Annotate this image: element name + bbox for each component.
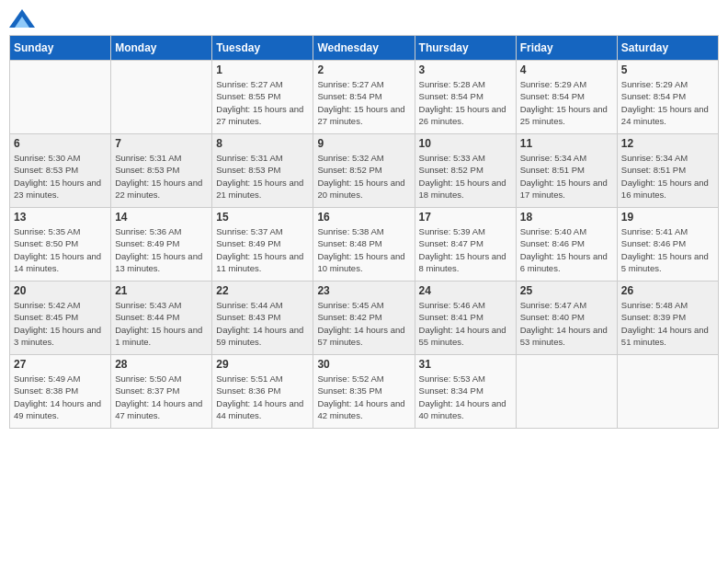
day-info: Sunrise: 5:30 AM Sunset: 8:53 PM Dayligh… — [14, 152, 107, 201]
day-cell: 30Sunrise: 5:52 AM Sunset: 8:35 PM Dayli… — [313, 355, 415, 429]
day-info: Sunrise: 5:41 AM Sunset: 8:46 PM Dayligh… — [621, 225, 714, 274]
day-info: Sunrise: 5:29 AM Sunset: 8:54 PM Dayligh… — [621, 78, 714, 127]
day-cell: 21Sunrise: 5:43 AM Sunset: 8:44 PM Dayli… — [111, 282, 212, 355]
day-number: 18 — [520, 211, 613, 224]
day-cell: 5Sunrise: 5:29 AM Sunset: 8:54 PM Daylig… — [617, 61, 718, 134]
day-cell: 3Sunrise: 5:28 AM Sunset: 8:54 PM Daylig… — [415, 61, 516, 134]
day-info: Sunrise: 5:48 AM Sunset: 8:39 PM Dayligh… — [621, 299, 714, 348]
day-info: Sunrise: 5:28 AM Sunset: 8:54 PM Dayligh… — [419, 78, 512, 127]
day-number: 10 — [419, 137, 512, 150]
day-info: Sunrise: 5:51 AM Sunset: 8:36 PM Dayligh… — [216, 373, 309, 421]
day-number: 4 — [520, 63, 613, 76]
day-cell: 13Sunrise: 5:35 AM Sunset: 8:50 PM Dayli… — [10, 208, 111, 282]
day-cell: 27Sunrise: 5:49 AM Sunset: 8:38 PM Dayli… — [10, 355, 111, 429]
day-number: 15 — [216, 211, 309, 224]
day-info: Sunrise: 5:52 AM Sunset: 8:35 PM Dayligh… — [317, 373, 410, 421]
day-cell — [617, 355, 718, 429]
day-cell: 9Sunrise: 5:32 AM Sunset: 8:52 PM Daylig… — [313, 134, 415, 208]
day-cell: 19Sunrise: 5:41 AM Sunset: 8:46 PM Dayli… — [617, 208, 718, 282]
day-number: 30 — [317, 358, 410, 371]
calendar-table: SundayMondayTuesdayWednesdayThursdayFrid… — [9, 35, 719, 429]
header-row: SundayMondayTuesdayWednesdayThursdayFrid… — [10, 36, 719, 61]
day-number: 14 — [115, 211, 208, 224]
day-number: 25 — [520, 284, 613, 297]
day-info: Sunrise: 5:35 AM Sunset: 8:50 PM Dayligh… — [14, 225, 107, 274]
week-row-3: 13Sunrise: 5:35 AM Sunset: 8:50 PM Dayli… — [10, 208, 719, 282]
day-info: Sunrise: 5:34 AM Sunset: 8:51 PM Dayligh… — [520, 152, 613, 201]
day-cell: 20Sunrise: 5:42 AM Sunset: 8:45 PM Dayli… — [10, 282, 111, 355]
day-cell: 2Sunrise: 5:27 AM Sunset: 8:54 PM Daylig… — [313, 61, 415, 134]
day-number: 19 — [621, 211, 714, 224]
day-info: Sunrise: 5:31 AM Sunset: 8:53 PM Dayligh… — [115, 152, 208, 201]
day-cell: 1Sunrise: 5:27 AM Sunset: 8:55 PM Daylig… — [212, 61, 313, 134]
day-info: Sunrise: 5:42 AM Sunset: 8:45 PM Dayligh… — [14, 299, 107, 348]
day-info: Sunrise: 5:44 AM Sunset: 8:43 PM Dayligh… — [216, 299, 309, 348]
day-number: 12 — [621, 137, 714, 150]
day-cell: 17Sunrise: 5:39 AM Sunset: 8:47 PM Dayli… — [415, 208, 516, 282]
day-cell: 8Sunrise: 5:31 AM Sunset: 8:53 PM Daylig… — [212, 134, 313, 208]
column-header-friday: Friday — [516, 36, 617, 61]
calendar-body: 1Sunrise: 5:27 AM Sunset: 8:55 PM Daylig… — [10, 61, 719, 429]
day-info: Sunrise: 5:47 AM Sunset: 8:40 PM Dayligh… — [520, 299, 613, 348]
day-number: 24 — [419, 284, 512, 297]
day-number: 6 — [14, 137, 107, 150]
day-info: Sunrise: 5:43 AM Sunset: 8:44 PM Dayligh… — [115, 299, 208, 348]
day-info: Sunrise: 5:29 AM Sunset: 8:54 PM Dayligh… — [520, 78, 613, 127]
day-number: 1 — [216, 63, 309, 76]
column-header-monday: Monday — [111, 36, 212, 61]
day-info: Sunrise: 5:27 AM Sunset: 8:55 PM Dayligh… — [216, 78, 309, 127]
day-info: Sunrise: 5:39 AM Sunset: 8:47 PM Dayligh… — [419, 225, 512, 274]
day-info: Sunrise: 5:46 AM Sunset: 8:41 PM Dayligh… — [419, 299, 512, 348]
day-number: 8 — [216, 137, 309, 150]
day-number: 29 — [216, 358, 309, 371]
day-info: Sunrise: 5:53 AM Sunset: 8:34 PM Dayligh… — [419, 373, 512, 421]
day-number: 5 — [621, 63, 714, 76]
column-header-wednesday: Wednesday — [313, 36, 415, 61]
week-row-1: 1Sunrise: 5:27 AM Sunset: 8:55 PM Daylig… — [10, 61, 719, 134]
day-cell: 28Sunrise: 5:50 AM Sunset: 8:37 PM Dayli… — [111, 355, 212, 429]
day-info: Sunrise: 5:49 AM Sunset: 8:38 PM Dayligh… — [14, 373, 107, 421]
day-cell: 6Sunrise: 5:30 AM Sunset: 8:53 PM Daylig… — [10, 134, 111, 208]
day-info: Sunrise: 5:45 AM Sunset: 8:42 PM Dayligh… — [317, 299, 410, 348]
day-cell: 16Sunrise: 5:38 AM Sunset: 8:48 PM Dayli… — [313, 208, 415, 282]
day-cell: 4Sunrise: 5:29 AM Sunset: 8:54 PM Daylig… — [516, 61, 617, 134]
week-row-2: 6Sunrise: 5:30 AM Sunset: 8:53 PM Daylig… — [10, 134, 719, 208]
day-number: 28 — [115, 358, 208, 371]
day-cell: 14Sunrise: 5:36 AM Sunset: 8:49 PM Dayli… — [111, 208, 212, 282]
day-info: Sunrise: 5:27 AM Sunset: 8:54 PM Dayligh… — [317, 78, 410, 127]
day-cell: 11Sunrise: 5:34 AM Sunset: 8:51 PM Dayli… — [516, 134, 617, 208]
day-cell: 26Sunrise: 5:48 AM Sunset: 8:39 PM Dayli… — [617, 282, 718, 355]
day-cell: 15Sunrise: 5:37 AM Sunset: 8:49 PM Dayli… — [212, 208, 313, 282]
day-number: 17 — [419, 211, 512, 224]
day-info: Sunrise: 5:32 AM Sunset: 8:52 PM Dayligh… — [317, 152, 410, 201]
day-cell: 18Sunrise: 5:40 AM Sunset: 8:46 PM Dayli… — [516, 208, 617, 282]
day-cell — [10, 61, 111, 134]
day-number: 9 — [317, 137, 410, 150]
day-cell: 10Sunrise: 5:33 AM Sunset: 8:52 PM Dayli… — [415, 134, 516, 208]
day-number: 11 — [520, 137, 613, 150]
day-cell: 24Sunrise: 5:46 AM Sunset: 8:41 PM Dayli… — [415, 282, 516, 355]
day-cell: 12Sunrise: 5:34 AM Sunset: 8:51 PM Dayli… — [617, 134, 718, 208]
logo-icon — [9, 9, 35, 28]
day-number: 31 — [419, 358, 512, 371]
day-number: 7 — [115, 137, 208, 150]
column-header-thursday: Thursday — [415, 36, 516, 61]
day-cell: 7Sunrise: 5:31 AM Sunset: 8:53 PM Daylig… — [111, 134, 212, 208]
header — [9, 9, 719, 28]
day-info: Sunrise: 5:34 AM Sunset: 8:51 PM Dayligh… — [621, 152, 714, 201]
logo — [9, 9, 39, 28]
day-number: 2 — [317, 63, 410, 76]
day-info: Sunrise: 5:40 AM Sunset: 8:46 PM Dayligh… — [520, 225, 613, 274]
day-cell: 22Sunrise: 5:44 AM Sunset: 8:43 PM Dayli… — [212, 282, 313, 355]
day-info: Sunrise: 5:36 AM Sunset: 8:49 PM Dayligh… — [115, 225, 208, 274]
day-number: 27 — [14, 358, 107, 371]
day-cell: 31Sunrise: 5:53 AM Sunset: 8:34 PM Dayli… — [415, 355, 516, 429]
day-number: 16 — [317, 211, 410, 224]
column-header-sunday: Sunday — [10, 36, 111, 61]
day-info: Sunrise: 5:37 AM Sunset: 8:49 PM Dayligh… — [216, 225, 309, 274]
day-cell — [111, 61, 212, 134]
day-cell: 23Sunrise: 5:45 AM Sunset: 8:42 PM Dayli… — [313, 282, 415, 355]
week-row-5: 27Sunrise: 5:49 AM Sunset: 8:38 PM Dayli… — [10, 355, 719, 429]
column-header-tuesday: Tuesday — [212, 36, 313, 61]
day-info: Sunrise: 5:38 AM Sunset: 8:48 PM Dayligh… — [317, 225, 410, 274]
